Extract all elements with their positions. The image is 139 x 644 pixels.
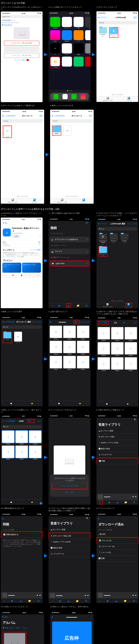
search-input[interactable]: 🔍 検索	[2, 325, 41, 329]
search-input[interactable]: 🔍 検索	[51, 119, 92, 123]
tab-browse[interactable]: 📁ブラウズ	[32, 199, 37, 203]
tab[interactable]: ⚙	[133, 600, 135, 602]
file-item[interactable]: ♪02Word	[63, 326, 76, 340]
tab[interactable]: 📱	[21, 274, 23, 276]
nav-back[interactable]: ◀ ブラウズ	[98, 16, 107, 19]
more-icon[interactable]: ⋯	[41, 616, 43, 618]
nav-back[interactable]: ◀ このiPhone内	[51, 115, 65, 117]
tab[interactable]: ⬆	[30, 274, 30, 276]
devices-item[interactable]: 💻デバイス›	[50, 248, 89, 254]
nav-select[interactable]: 選択	[89, 115, 92, 117]
online-music[interactable]: ☁ オンライン音楽›	[48, 527, 90, 533]
tab-recent[interactable]: 🕐	[106, 403, 108, 405]
nav-back[interactable]: ◀ ブラウズ	[98, 222, 107, 225]
tab[interactable]: ▶	[59, 600, 61, 602]
app-books[interactable]: ブック	[74, 30, 84, 42]
nav-back[interactable]: ◀	[51, 616, 53, 618]
header-link[interactable]: ◀ 商品詳細ページ	[2, 19, 41, 22]
copy-button[interactable]: ファイルをコピーする	[52, 483, 87, 489]
albums-item[interactable]: 💿 アルバム (1)›	[96, 537, 138, 544]
home-screen[interactable]: FaceTime カレンダー 写真 カメラ iTunes App Store ブ…	[48, 15, 90, 90]
tb-icon[interactable]: ▶	[58, 304, 60, 307]
file-item[interactable]: ♪03Word	[77, 326, 89, 340]
file-item[interactable]: ♪09Word	[125, 357, 137, 371]
file-item[interactable]: ♪05Word	[63, 341, 76, 355]
app-generic[interactable]	[62, 57, 72, 67]
file-item[interactable]: ♪09Word	[77, 356, 89, 370]
select-all-button[interactable]: すべて選択	[98, 321, 108, 325]
download-button-2[interactable]: ⬇ ダウンロードURL (63.5 MB)	[4, 53, 39, 58]
app-wallet[interactable]: Wallet	[74, 43, 84, 55]
tab-browse[interactable]: 📁ブラウズ	[126, 97, 132, 102]
folder-docs[interactable]: DDocuments by Readdle0項目	[98, 234, 108, 244]
version-link[interactable]: バージョン履歴	[30, 249, 40, 252]
app-tv[interactable]: tvtv	[50, 43, 60, 55]
search-input[interactable]: 🔍 検索	[2, 119, 43, 123]
folder-evermusic[interactable]: Evermusic0項目	[109, 234, 118, 244]
zip-file[interactable]: 151.6 MB	[14, 332, 23, 343]
file-item[interactable]: ♪03Word	[125, 327, 137, 341]
tab-recent[interactable]: 🕐最近使った項目	[103, 97, 113, 102]
file-item[interactable]: ♪02Word	[111, 327, 124, 341]
tab-files[interactable]: 📁	[124, 501, 127, 504]
nav-back[interactable]: ◀このiPhone内	[2, 321, 15, 323]
nav-back[interactable]: ◀ 戻る	[1, 221, 42, 225]
bookmark[interactable]: 🔖 ブックマーク›	[48, 551, 90, 557]
tab[interactable]: ☁	[67, 600, 70, 602]
cancel-button[interactable]: キャンセル	[52, 489, 87, 495]
tab[interactable]: ♪	[4, 600, 5, 602]
more-icon[interactable]: ⋯	[91, 616, 92, 618]
tb-icon[interactable]: ♪	[52, 304, 53, 307]
preview-card-2[interactable]: 曲をダウンロードする	[22, 263, 41, 272]
app-files[interactable]: 📁ファイル	[50, 57, 60, 68]
bookmark[interactable]: 🔖 ブックマーク›	[96, 452, 138, 458]
artists-item[interactable]: 👤 パフォーマー (1)›	[96, 544, 138, 550]
folder-downloads[interactable]: ⬇ダウンロード1項目	[109, 27, 118, 38]
tab[interactable]: 🎮	[12, 274, 14, 276]
tab-browse[interactable]: 📁ブラウズ	[81, 199, 86, 203]
tab[interactable]: ⚙	[38, 600, 40, 602]
nav-select[interactable]: 選択	[134, 16, 137, 19]
app-photos[interactable]: 写真	[74, 17, 84, 28]
nav-back[interactable]: ◀	[50, 321, 51, 323]
tab-recent[interactable]: 🕐	[58, 403, 60, 404]
open-button[interactable]: 開く…	[123, 322, 128, 324]
app-health[interactable]: ヘルス	[85, 30, 90, 42]
nav-back[interactable]: ◀ このiPhone内	[2, 115, 15, 117]
tb-icon[interactable]: ⚙	[85, 304, 88, 307]
preview-card-1[interactable]: イコライザーとベース・ブースター	[2, 263, 21, 272]
app-calendar[interactable]: カレンダー	[62, 17, 72, 28]
search-input[interactable]: 🔍 検索	[98, 21, 137, 24]
search-input[interactable]: 🔍 検索	[98, 227, 137, 231]
play-all[interactable]: ▶ すべて再生	[10, 627, 20, 629]
tab-cloud[interactable]: ☁	[116, 501, 118, 504]
tab-play[interactable]: ▶	[108, 501, 110, 504]
tab-recent[interactable]: 🕐最近使った項目	[8, 199, 18, 203]
file-item[interactable]: ♪08Word	[111, 357, 124, 371]
tab[interactable]: ♪	[100, 600, 100, 602]
more-icon[interactable]: ⋯	[135, 518, 137, 520]
recent[interactable]: 🕐 最近の追加›	[96, 446, 138, 452]
recent[interactable]: 🕐 最近の追加›	[48, 545, 90, 551]
dock-safari[interactable]	[62, 94, 68, 99]
tab-recent[interactable]: 🕐	[10, 403, 12, 404]
ipod-library[interactable]: 📱 iPodライブラリ (579)›	[48, 539, 90, 545]
add-cloud[interactable]: ☁クラウドサービスを追加する›	[50, 237, 89, 242]
extracted-folder[interactable]: ▬▬▬	[52, 126, 61, 136]
mini-player[interactable]: ▬▬▬▬▶⏭	[96, 592, 138, 598]
apple-files-item[interactable]: 📁Apple Files›	[50, 260, 89, 266]
open-button[interactable]: 開く…	[27, 419, 34, 423]
nav-cancel[interactable]: キャンセル	[32, 321, 41, 323]
app-facetime[interactable]: FaceTime	[50, 17, 60, 28]
zip-file[interactable]: 4.8 MB	[3, 126, 12, 138]
tab-music[interactable]: ♪	[99, 500, 103, 504]
file-item[interactable]: ♪07Word	[50, 356, 62, 370]
dock-messages[interactable]	[72, 94, 76, 99]
file-item[interactable]: ♪04Word	[98, 342, 110, 356]
next-icon[interactable]: ⏭	[135, 496, 136, 498]
tab-recent[interactable]: 🕐	[10, 502, 12, 503]
app-itunes[interactable]: iTunes	[50, 30, 60, 42]
file-item[interactable]: ♪04Word	[50, 341, 62, 355]
search-icon[interactable]: 🔍 検索	[3, 627, 8, 629]
zip-file[interactable]	[63, 126, 72, 136]
